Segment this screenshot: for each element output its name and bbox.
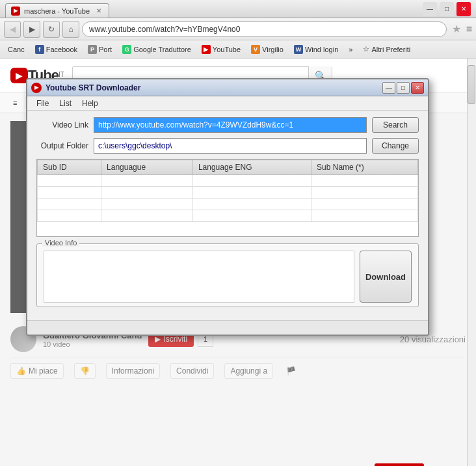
- browser-menu[interactable]: ≡: [466, 23, 472, 35]
- navigation-bar: ◀ ▶ ↻ ⌂ www.youtube.com/watch?v=hYBmegV4…: [0, 18, 476, 40]
- minimize-button[interactable]: —: [423, 2, 437, 16]
- bookmark-facebook[interactable]: f Facebook: [31, 44, 81, 55]
- bookmark-label: Google Traduttore: [133, 46, 191, 53]
- virgilio-icon: V: [251, 45, 260, 54]
- dialog-menubar: File List Help: [27, 96, 428, 111]
- thumb-up-icon: 👍: [16, 366, 26, 376]
- bookmark-label: »: [349, 46, 352, 53]
- youtube-logo-it: IT: [59, 71, 64, 78]
- dialog-app-icon: ▶: [31, 83, 42, 93]
- dialog-title: Youtube SRT Downloader: [46, 83, 378, 92]
- flag-button[interactable]: 🏴: [286, 366, 296, 376]
- address-bar[interactable]: www.youtube.com/watch?v=hYBmegV4no0: [82, 21, 447, 37]
- forward-button[interactable]: ▶: [23, 21, 40, 38]
- add-label: Aggiungi a: [230, 366, 267, 376]
- bookmark-wind[interactable]: W Wind login: [290, 44, 342, 55]
- close-button[interactable]: ✕: [456, 2, 471, 16]
- back-button[interactable]: ◀: [4, 21, 21, 38]
- browser-window: ▶ maschera - YouTube ✕ — □ ✕ ◀ ▶ ↻ ⌂ www…: [0, 0, 476, 466]
- subscribe-icon: ▶: [155, 335, 161, 344]
- submit-comment-button[interactable]: Invia commenti: [375, 463, 424, 466]
- menu-list[interactable]: List: [54, 98, 77, 109]
- add-button[interactable]: Aggiungi a: [224, 363, 273, 379]
- like-button[interactable]: 👍 Mi piace: [10, 363, 64, 379]
- bookmark-canc[interactable]: Canc: [4, 44, 29, 55]
- tab-favicon: ▶: [11, 7, 20, 16]
- search-button[interactable]: Search: [372, 117, 419, 133]
- table-row: [38, 210, 418, 222]
- maximize-button[interactable]: □: [440, 2, 454, 16]
- port-icon: P: [88, 45, 97, 54]
- title-bar: ▶ maschera - YouTube ✕ — □ ✕: [0, 0, 476, 18]
- bookmark-google-translate[interactable]: G Google Traduttore: [118, 44, 195, 55]
- video-info-text: [44, 251, 354, 303]
- scrollbar-thumb[interactable]: [468, 65, 475, 104]
- dislike-button[interactable]: 👎: [74, 363, 96, 379]
- bookmarks-bar: Canc f Facebook P Port G Google Tradutto…: [0, 40, 476, 59]
- youtube-bookmark-icon: ▶: [202, 45, 211, 54]
- col-languague: Languague: [101, 160, 193, 175]
- bookmark-star[interactable]: ★: [452, 23, 461, 35]
- bookmark-label: Facebook: [46, 46, 77, 53]
- col-sub-name: Sub Name (*): [311, 160, 418, 175]
- wind-icon: W: [294, 45, 303, 54]
- window-controls: — □ ✕: [423, 2, 471, 16]
- toolbar-hamburger[interactable]: ≡: [10, 97, 20, 109]
- bookmark-port[interactable]: P Port: [84, 44, 116, 55]
- output-folder-label: Output Folder: [36, 141, 88, 150]
- tab-area: ▶ maschera - YouTube ✕: [5, 0, 423, 18]
- info-button[interactable]: Informazioni: [106, 363, 160, 379]
- page-scrollbar[interactable]: [467, 59, 476, 466]
- dialog-maximize-button[interactable]: □: [397, 82, 410, 94]
- home-button[interactable]: ⌂: [62, 21, 79, 38]
- dialog-window-controls: — □ ✕: [382, 82, 424, 94]
- video-info-legend: Video Info: [42, 239, 79, 247]
- bookmark-label: Altri Preferiti: [371, 46, 410, 53]
- address-text: www.youtube.com/watch?v=hYBmegV4no0: [89, 25, 240, 34]
- youtube-play-icon: ▶: [16, 70, 23, 81]
- menu-help[interactable]: Help: [77, 98, 103, 109]
- video-link-input[interactable]: [94, 117, 367, 133]
- video-link-row: Video Link Search: [36, 117, 419, 133]
- output-folder-input[interactable]: [94, 138, 367, 154]
- table-row: [38, 199, 418, 210]
- dialog-content: Video Link Search Output Folder Change: [27, 111, 428, 320]
- subscribe-label: Iscriviti: [163, 335, 187, 344]
- info-label: Informazioni: [112, 366, 154, 376]
- tab-close-button[interactable]: ✕: [94, 7, 103, 16]
- google-translate-icon: G: [122, 45, 131, 54]
- bookmark-virgilio[interactable]: V Virgilio: [247, 44, 287, 55]
- page-content: ▶ Tube IT 🔍 ≡ ▶: [0, 59, 476, 466]
- share-button[interactable]: Condividi: [170, 363, 214, 379]
- dialog-close-button[interactable]: ✕: [411, 82, 424, 94]
- video-info-content: Download: [44, 248, 412, 303]
- video-link-label: Video Link: [36, 120, 88, 130]
- youtube-logo-box: ▶: [10, 68, 28, 83]
- table-row: [38, 175, 418, 187]
- col-sub-id: Sub ID: [38, 160, 101, 175]
- youtube-actions-row: 👍 Mi piace 👎 Informazioni Condividi Aggi…: [10, 358, 466, 384]
- table-row: [38, 187, 418, 199]
- thumb-down-icon: 👎: [80, 366, 90, 376]
- change-button[interactable]: Change: [372, 138, 419, 154]
- bookmark-label: Virgilio: [262, 46, 284, 53]
- tab-title: maschera - YouTube: [24, 7, 90, 15]
- bookmark-label: Wind login: [305, 46, 338, 53]
- bookmark-altri[interactable]: ☆ Altri Preferiti: [359, 44, 414, 55]
- download-button[interactable]: Download: [360, 251, 412, 303]
- bookmark-more[interactable]: »: [345, 44, 356, 55]
- bookmark-label: Canc: [8, 46, 25, 53]
- share-label: Condividi: [176, 366, 208, 376]
- srt-downloader-dialog: ▶ Youtube SRT Downloader — □ ✕ File List…: [26, 78, 429, 336]
- bookmark-label: YouTube: [213, 46, 241, 53]
- dialog-minimize-button[interactable]: —: [382, 82, 395, 94]
- bookmark-youtube[interactable]: ▶ YouTube: [198, 44, 245, 55]
- video-count: 10 video: [43, 340, 142, 348]
- bookmark-label: Port: [99, 46, 112, 53]
- subtitle-table: Sub ID Languague Language ENG Sub Name (…: [37, 159, 418, 222]
- menu-file[interactable]: File: [31, 98, 54, 109]
- bookmark-label: ☆: [363, 45, 369, 53]
- active-tab[interactable]: ▶ maschera - YouTube ✕: [5, 3, 109, 18]
- like-label: Mi piace: [29, 366, 58, 376]
- refresh-button[interactable]: ↻: [43, 21, 60, 38]
